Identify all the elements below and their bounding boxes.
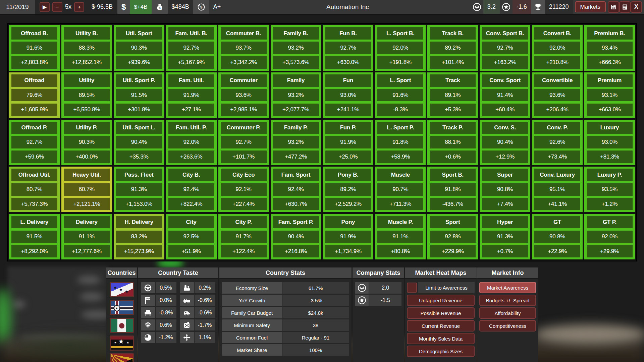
dalluha-flag[interactable]: ★	[110, 353, 134, 362]
market-segment-cell[interactable]: Hyper91.3%+0.7%	[480, 214, 530, 259]
market-info-button[interactable]: Budgets +/- Spread	[479, 295, 536, 306]
market-segment-cell[interactable]: City Eco92.1%+227.4%	[218, 167, 269, 212]
stat-label: YoY Growth	[222, 295, 282, 306]
market-info-button[interactable]: Affordability	[479, 307, 536, 319]
speed-display: 5x	[65, 3, 71, 10]
market-info-button[interactable]: Market Awareness	[479, 282, 536, 293]
market-segment-cell[interactable]: Conv. P.92.6%+73.4%	[532, 120, 583, 165]
segment-label: Conv. Luxury	[534, 169, 580, 181]
segment-label: Sport	[430, 216, 476, 228]
market-segment-cell[interactable]: Conv. Sport B.92.7%+163.2%	[480, 25, 530, 71]
market-segment-cell[interactable]: Fun B.92.7%+630.0%	[323, 25, 374, 71]
segment-value: +73.4%	[534, 150, 580, 163]
market-segment-cell[interactable]: City P.91.7%+122.4%	[218, 214, 269, 259]
prestige-value: 3.2	[483, 0, 500, 14]
market-info-button[interactable]: Competitiveness	[479, 320, 536, 331]
segment-label: Fam. Sport	[273, 169, 319, 181]
taste-row: -0.6%	[180, 295, 215, 306]
report-button[interactable]	[619, 1, 631, 13]
market-segment-cell[interactable]: Offroad P.92.7%+59.6%	[9, 120, 60, 165]
market-segment-cell[interactable]: Conv. S.90.4%+12.9%	[480, 120, 530, 165]
play-button[interactable]: ▶	[40, 2, 50, 12]
market-segment-cell[interactable]: Delivery91.1%+12,777.6%	[61, 214, 112, 259]
market-segment-cell[interactable]: Util. Sport90.3%+939.6%	[114, 25, 164, 71]
market-segment-cell[interactable]: GT90.8%+22.9%	[532, 214, 583, 259]
segment-value: 92.0%	[168, 136, 214, 148]
market-segment-cell[interactable]: Util. Sport P.91.5%+301.8%	[114, 72, 164, 118]
market-segment-cell[interactable]: Utility P.90.3%+400.0%	[61, 120, 112, 165]
market-segment-cell[interactable]: Conv. Sport91.4%+60.4%	[480, 72, 530, 118]
market-segment-cell[interactable]: Fam. Util.91.9%+27.1%	[166, 72, 217, 118]
market-segment-cell[interactable]: Util. Sport L.90.4%+35.3%	[114, 120, 164, 165]
fruinia-flag[interactable]	[110, 318, 134, 333]
market-segment-cell[interactable]: City B.92.4%+822.4%	[166, 167, 217, 212]
market-segment-cell[interactable]: Utility89.5%+6,550.8%	[61, 72, 112, 118]
speed-down-button[interactable]: −	[52, 2, 62, 12]
market-segment-cell[interactable]: Fam. Sport92.4%+630.7%	[271, 167, 321, 212]
market-segment-cell[interactable]: Family B.93.2%+3,573.6%	[271, 25, 321, 71]
heat-map-button[interactable]: Untapped Revenue	[407, 295, 475, 306]
market-segment-cell[interactable]: Family P.93.2%+477.2%	[271, 120, 321, 165]
heat-map-button[interactable]: Monthly Sales Data	[407, 333, 475, 344]
taste-row: 0.6%	[141, 319, 176, 330]
market-segment-cell[interactable]: Commuter P.92.7%+101.7%	[218, 120, 269, 165]
market-segment-cell[interactable]: Convert B.92.0%+210.8%	[532, 25, 583, 71]
market-segment-cell[interactable]: Premium B.93.4%+666.3%	[584, 25, 635, 71]
taste-value: -0.6%	[195, 295, 215, 306]
market-segment-cell[interactable]: Fam. Util. P.92.0%+263.6%	[166, 120, 217, 165]
market-segment-cell[interactable]: Muscle P.91.1%+80.8%	[375, 214, 426, 259]
segment-value: 92.7%	[11, 136, 57, 148]
market-segment-cell[interactable]: Pony B.89.2%+2,529.2%	[323, 167, 374, 212]
market-segment-cell[interactable]: Offroad Util.80.7%+5,737.3%	[9, 167, 60, 212]
market-segment-cell[interactable]: City92.5%+51.9%	[166, 214, 217, 259]
market-segment-cell[interactable]: Heavy Util.60.7%+2,121.1%	[61, 167, 112, 212]
market-segment-cell[interactable]: Conv. Luxury95.1%+41.1%	[532, 167, 583, 212]
market-segment-cell[interactable]: L. Sport91.6%-8.3%	[375, 72, 426, 118]
market-segment-cell[interactable]: Utility B.88.3%+12,852.1%	[61, 25, 112, 71]
segment-label: Conv. Sport	[482, 74, 528, 87]
market-segment-cell[interactable]: Premium93.1%+663.0%	[584, 72, 635, 118]
market-segment-cell[interactable]: Fun93.0%+241.1%	[323, 72, 374, 118]
market-segment-cell[interactable]: Commuter93.6%+2,985.1%	[218, 72, 269, 118]
segment-value: 92.5%	[168, 231, 214, 243]
market-segment-cell[interactable]: Sport92.8%+229.9%	[427, 214, 478, 259]
limit-to-awareness-checkbox[interactable]	[407, 283, 417, 293]
company-stat-value: 2.0	[369, 282, 401, 294]
markets-button[interactable]: Markets	[575, 1, 606, 12]
market-segment-cell[interactable]: H. Delivery83.2%+15,273.9%	[114, 214, 164, 259]
market-segment-cell[interactable]: Luxury P.93.5%+1.2%	[584, 167, 635, 212]
segment-label: Commuter B.	[221, 27, 267, 40]
market-segment-cell[interactable]: Fam. Util. B.92.7%+5,167.9%	[166, 25, 217, 71]
market-segment-cell[interactable]: L. Delivery91.5%+8,292.0%	[9, 214, 60, 259]
market-segment-cell[interactable]: Track P.88.1%+0.6%	[427, 120, 478, 165]
market-segment-cell[interactable]: Commuter B.93.7%+3,342.2%	[218, 25, 269, 71]
gasmea-flag[interactable]: ★★★	[110, 282, 134, 297]
market-segment-cell[interactable]: Super90.8%+7.4%	[480, 167, 530, 212]
market-segment-cell[interactable]: GT P.92.0%+29.9%	[584, 214, 635, 259]
market-segment-cell[interactable]: Offroad79.6%+1,605.9%	[9, 72, 60, 118]
market-segment-cell[interactable]: L. Sport B.92.0%+191.8%	[375, 25, 426, 71]
market-segment-cell[interactable]: Muscle90.7%+711.3%	[375, 167, 426, 212]
save-button[interactable]	[608, 1, 619, 13]
market-segment-cell[interactable]: Pony91.9%+1,734.9%	[323, 214, 374, 259]
market-segment-cell[interactable]: Fam. Sport P.90.4%+216.8%	[271, 214, 321, 259]
market-segment-cell[interactable]: Luxury93.0%+81.3%	[584, 120, 635, 165]
market-segment-cell[interactable]: Sport B.91.8%-436.7%	[427, 167, 478, 212]
market-segment-cell[interactable]: Fun P.91.9%+25.0%	[323, 120, 374, 165]
market-segment-cell[interactable]: Family93.2%+2,077.7%	[271, 72, 321, 118]
market-segment-cell[interactable]: L. Sport P.91.8%+58.9%	[375, 120, 426, 165]
market-segment-cell[interactable]: Track B.89.2%+101.4%	[427, 25, 478, 71]
close-button[interactable]: X	[631, 1, 642, 13]
segment-label: Utility B.	[64, 27, 110, 40]
heat-map-button[interactable]: Current Revenue	[407, 320, 475, 331]
market-segment-cell[interactable]: Track89.1%+5.3%	[427, 72, 478, 118]
speed-up-button[interactable]: +	[74, 2, 84, 12]
archana-flag[interactable]: ★★★	[110, 336, 134, 351]
heat-map-button[interactable]: Demographic Sizes	[407, 346, 475, 357]
market-segment-cell[interactable]: Convertible93.6%+206.4%	[532, 72, 583, 118]
hetvesia-flag[interactable]: ▲	[110, 300, 134, 315]
heat-map-button[interactable]: Possible Revenue	[407, 307, 475, 319]
market-segment-cell[interactable]: Pass. Fleet91.3%+1,153.0%	[114, 167, 164, 212]
market-segment-cell[interactable]: Offroad B.91.6%+2,803.8%	[9, 25, 60, 71]
segment-value: +5,737.3%	[11, 198, 57, 210]
